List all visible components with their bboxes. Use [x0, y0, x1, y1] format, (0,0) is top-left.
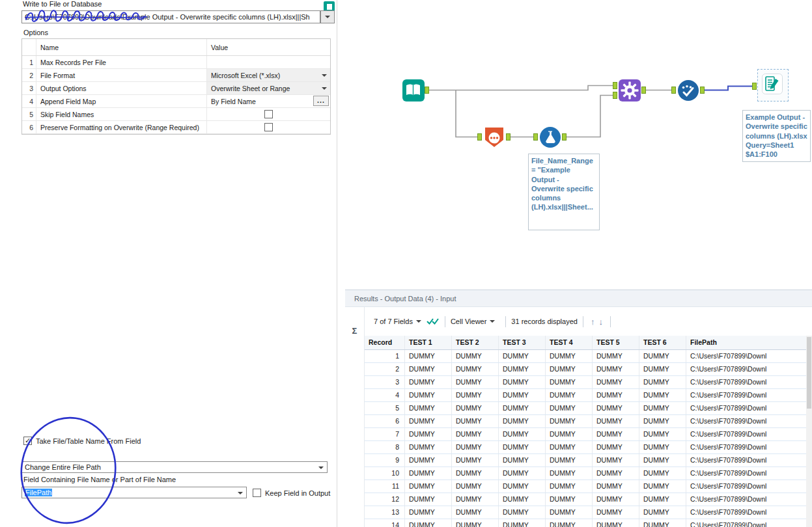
input-anchor[interactable] — [613, 92, 617, 99]
data-cell[interactable]: DUMMY — [405, 428, 452, 440]
data-cell[interactable]: DUMMY — [546, 506, 593, 519]
data-cell[interactable]: DUMMY — [452, 415, 499, 427]
output-annotation[interactable]: Example Output - Overwrite specific colu… — [742, 110, 811, 162]
file-path-combobox[interactable]: C:\Users\F707899\Downloads\Example Outpu… — [21, 10, 320, 23]
data-cell[interactable]: DUMMY — [546, 402, 593, 414]
data-cell[interactable]: DUMMY — [639, 428, 686, 440]
filepath-cell[interactable]: C:\Users\F707899\Downl — [686, 428, 806, 440]
option-checkbox[interactable] — [264, 123, 273, 131]
option-value-dropdown[interactable]: Overwrite Sheet or Range — [207, 82, 330, 94]
filepath-cell[interactable]: C:\Users\F707899\Downl — [686, 493, 806, 506]
data-cell[interactable]: DUMMY — [405, 350, 452, 362]
formula-tool[interactable] — [539, 126, 562, 149]
filepath-cell[interactable]: C:\Users\F707899\Downl — [686, 415, 806, 427]
column-header[interactable]: TEST 6 — [639, 336, 686, 349]
data-cell[interactable]: DUMMY — [499, 493, 546, 506]
data-cell[interactable]: DUMMY — [452, 480, 499, 493]
data-cell[interactable]: DUMMY — [405, 467, 452, 480]
option-checkbox[interactable] — [264, 110, 273, 118]
data-cell[interactable]: DUMMY — [452, 428, 499, 440]
data-cell[interactable]: DUMMY — [639, 415, 686, 427]
formula-annotation[interactable]: File_Name_Range = "Example Output - Over… — [528, 154, 600, 230]
record-number-cell[interactable]: 7 — [365, 428, 405, 440]
data-cell[interactable]: DUMMY — [546, 363, 593, 375]
double-check-icon[interactable] — [427, 318, 440, 325]
data-cell[interactable]: DUMMY — [452, 454, 499, 466]
record-number-cell[interactable]: 11 — [365, 480, 405, 493]
data-cell[interactable]: DUMMY — [405, 376, 452, 388]
data-cell[interactable]: DUMMY — [405, 493, 452, 506]
data-cell[interactable]: DUMMY — [405, 441, 452, 453]
data-cell[interactable]: DUMMY — [639, 480, 686, 493]
keep-field-checkbox[interactable] — [253, 489, 261, 497]
column-header[interactable]: TEST 4 — [546, 336, 593, 349]
column-header[interactable]: TEST 3 — [499, 336, 546, 349]
next-record-button[interactable]: ↓ — [598, 317, 603, 327]
column-header[interactable]: Record — [365, 336, 405, 349]
record-number-cell[interactable]: 8 — [365, 441, 405, 453]
data-cell[interactable]: DUMMY — [405, 389, 452, 401]
filepath-cell[interactable]: C:\Users\F707899\Downl — [686, 350, 806, 362]
data-cell[interactable]: DUMMY — [546, 389, 593, 401]
data-cell[interactable]: DUMMY — [593, 519, 639, 527]
data-cell[interactable]: DUMMY — [452, 376, 499, 388]
metadata-view-button[interactable]: Σ — [352, 327, 357, 335]
data-cell[interactable]: DUMMY — [593, 389, 639, 401]
file-path-dropdown-button[interactable] — [320, 10, 335, 23]
input-anchor[interactable] — [477, 133, 482, 141]
data-cell[interactable]: DUMMY — [639, 454, 686, 466]
data-cell[interactable]: DUMMY — [546, 493, 593, 506]
data-cell[interactable]: DUMMY — [593, 454, 639, 466]
output-anchor[interactable] — [562, 133, 567, 141]
field-select[interactable]: FilePath — [21, 487, 247, 498]
data-cell[interactable]: DUMMY — [405, 506, 452, 519]
filepath-cell[interactable]: C:\Users\F707899\Downl — [686, 389, 806, 401]
data-cell[interactable]: DUMMY — [499, 506, 546, 519]
data-cell[interactable]: DUMMY — [546, 350, 593, 362]
fields-dropdown[interactable]: 7 of 7 Fields — [374, 318, 421, 325]
data-cell[interactable]: DUMMY — [452, 363, 499, 375]
record-number-cell[interactable]: 5 — [365, 402, 405, 414]
data-cell[interactable]: DUMMY — [593, 480, 639, 493]
input-anchor[interactable] — [752, 83, 757, 90]
results-vertical-scrollbar[interactable] — [806, 336, 812, 527]
record-number-cell[interactable]: 3 — [365, 376, 405, 388]
data-cell[interactable]: DUMMY — [593, 506, 639, 519]
data-cell[interactable]: DUMMY — [405, 402, 452, 414]
data-cell[interactable]: DUMMY — [546, 428, 593, 440]
data-cell[interactable]: DUMMY — [546, 415, 593, 427]
data-cell[interactable]: DUMMY — [452, 441, 499, 453]
data-cell[interactable]: DUMMY — [593, 441, 639, 453]
data-cell[interactable]: DUMMY — [499, 415, 546, 427]
data-cell[interactable]: DUMMY — [452, 519, 499, 527]
input-anchor[interactable] — [533, 133, 538, 141]
data-cell[interactable]: DUMMY — [639, 441, 686, 453]
filepath-cell[interactable]: C:\Users\F707899\Downl — [686, 454, 806, 466]
record-number-cell[interactable]: 12 — [365, 493, 405, 506]
data-cell[interactable]: DUMMY — [639, 389, 686, 401]
input-anchor[interactable] — [613, 82, 617, 89]
scrollbar-thumb[interactable] — [807, 337, 811, 409]
record-number-cell[interactable]: 6 — [365, 415, 405, 427]
select-tool[interactable] — [618, 79, 641, 102]
record-number-cell[interactable]: 2 — [365, 363, 405, 375]
column-header[interactable]: TEST 5 — [593, 336, 639, 349]
data-cell[interactable]: DUMMY — [546, 467, 593, 480]
filepath-cell[interactable]: C:\Users\F707899\Downl — [686, 363, 806, 375]
input-anchor[interactable] — [671, 87, 676, 94]
data-cell[interactable]: DUMMY — [452, 389, 499, 401]
data-cell[interactable]: DUMMY — [499, 363, 546, 375]
filepath-cell[interactable]: C:\Users\F707899\Downl — [686, 441, 806, 453]
data-cell[interactable]: DUMMY — [593, 376, 639, 388]
output-anchor[interactable] — [700, 87, 705, 94]
data-cell[interactable]: DUMMY — [593, 363, 639, 375]
option-value-text[interactable] — [207, 56, 330, 68]
data-cell[interactable]: DUMMY — [546, 441, 593, 453]
data-cell[interactable]: DUMMY — [452, 493, 499, 506]
data-cell[interactable]: DUMMY — [499, 389, 546, 401]
data-cell[interactable]: DUMMY — [546, 519, 593, 527]
data-cell[interactable]: DUMMY — [452, 350, 499, 362]
data-cell[interactable]: DUMMY — [639, 467, 686, 480]
option-value-ellipsis[interactable]: By Field Name... — [207, 95, 330, 107]
filepath-cell[interactable]: C:\Users\F707899\Downl — [686, 402, 806, 414]
